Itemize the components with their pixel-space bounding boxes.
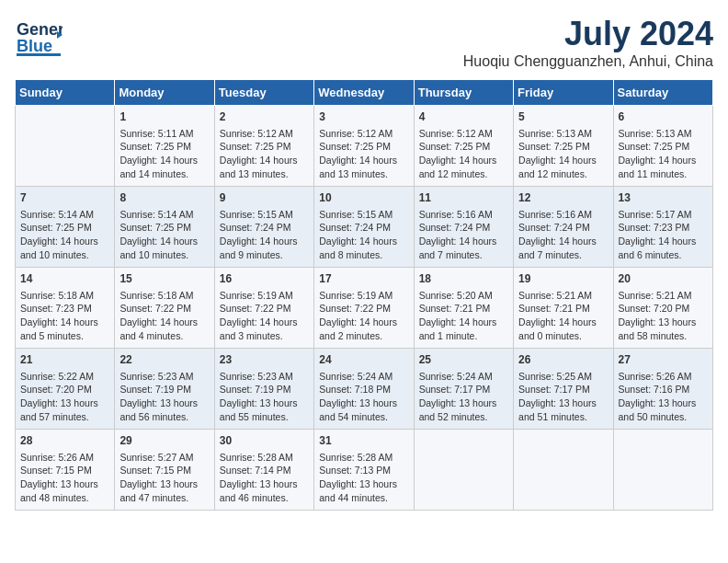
day-number: 3	[319, 109, 408, 125]
calendar-day-cell: 5Sunrise: 5:13 AMSunset: 7:25 PMDaylight…	[514, 106, 613, 187]
calendar-day-cell: 1Sunrise: 5:11 AMSunset: 7:25 PMDaylight…	[115, 106, 214, 187]
day-info: Sunrise: 5:26 AMSunset: 7:15 PMDaylight:…	[20, 451, 109, 505]
calendar-day-cell: 9Sunrise: 5:15 AMSunset: 7:24 PMDaylight…	[214, 187, 313, 268]
day-number: 12	[518, 190, 608, 206]
day-of-week-header: Thursday	[414, 80, 513, 106]
day-info: Sunrise: 5:17 AMSunset: 7:23 PMDaylight:…	[619, 208, 708, 262]
day-info: Sunrise: 5:12 AMSunset: 7:25 PMDaylight:…	[220, 127, 309, 181]
day-number: 27	[619, 352, 708, 368]
calendar-day-cell: 24Sunrise: 5:24 AMSunset: 7:18 PMDayligh…	[314, 349, 414, 430]
day-of-week-header: Wednesday	[314, 80, 414, 106]
day-number: 6	[619, 109, 708, 125]
day-info: Sunrise: 5:15 AMSunset: 7:24 PMDaylight:…	[220, 208, 309, 262]
day-info: Sunrise: 5:16 AMSunset: 7:24 PMDaylight:…	[518, 208, 608, 262]
day-number: 15	[119, 271, 209, 287]
calendar-week-row: 7Sunrise: 5:14 AMSunset: 7:25 PMDaylight…	[16, 187, 713, 268]
day-number: 11	[419, 190, 508, 206]
day-number: 5	[518, 109, 608, 125]
day-info: Sunrise: 5:21 AMSunset: 7:20 PMDaylight:…	[619, 289, 708, 343]
calendar-day-cell: 30Sunrise: 5:28 AMSunset: 7:14 PMDayligh…	[214, 430, 313, 511]
day-number: 23	[220, 352, 309, 368]
calendar-day-cell: 8Sunrise: 5:14 AMSunset: 7:25 PMDaylight…	[115, 187, 214, 268]
day-number: 17	[319, 271, 408, 287]
day-number: 22	[119, 352, 209, 368]
day-of-week-header: Tuesday	[214, 80, 313, 106]
calendar-day-cell: 22Sunrise: 5:23 AMSunset: 7:19 PMDayligh…	[115, 349, 214, 430]
day-number: 10	[319, 190, 408, 206]
page-header: General Blue July 2024 Huoqiu Chengguanz…	[15, 15, 713, 70]
day-info: Sunrise: 5:11 AMSunset: 7:25 PMDaylight:…	[119, 127, 209, 181]
calendar-day-cell: 7Sunrise: 5:14 AMSunset: 7:25 PMDaylight…	[16, 187, 115, 268]
calendar-week-row: 14Sunrise: 5:18 AMSunset: 7:23 PMDayligh…	[16, 268, 713, 349]
logo-icon: General Blue	[15, 15, 63, 57]
calendar-body: 1Sunrise: 5:11 AMSunset: 7:25 PMDaylight…	[16, 106, 713, 511]
calendar-day-cell: 21Sunrise: 5:22 AMSunset: 7:20 PMDayligh…	[16, 349, 115, 430]
day-info: Sunrise: 5:27 AMSunset: 7:15 PMDaylight:…	[119, 451, 209, 505]
day-info: Sunrise: 5:16 AMSunset: 7:24 PMDaylight:…	[419, 208, 508, 262]
day-info: Sunrise: 5:24 AMSunset: 7:18 PMDaylight:…	[319, 370, 408, 424]
day-info: Sunrise: 5:19 AMSunset: 7:22 PMDaylight:…	[220, 289, 309, 343]
day-info: Sunrise: 5:23 AMSunset: 7:19 PMDaylight:…	[220, 370, 309, 424]
calendar-day-cell: 31Sunrise: 5:28 AMSunset: 7:13 PMDayligh…	[314, 430, 414, 511]
day-number: 26	[518, 352, 608, 368]
day-number: 25	[419, 352, 508, 368]
calendar-day-cell: 25Sunrise: 5:24 AMSunset: 7:17 PMDayligh…	[414, 349, 513, 430]
svg-text:Blue: Blue	[17, 37, 52, 55]
day-info: Sunrise: 5:18 AMSunset: 7:23 PMDaylight:…	[20, 289, 109, 343]
day-info: Sunrise: 5:23 AMSunset: 7:19 PMDaylight:…	[119, 370, 209, 424]
day-info: Sunrise: 5:12 AMSunset: 7:25 PMDaylight:…	[419, 127, 508, 181]
day-info: Sunrise: 5:13 AMSunset: 7:25 PMDaylight:…	[619, 127, 708, 181]
calendar-day-cell: 4Sunrise: 5:12 AMSunset: 7:25 PMDaylight…	[414, 106, 513, 187]
day-number: 30	[220, 433, 309, 449]
calendar-day-cell	[514, 430, 613, 511]
day-info: Sunrise: 5:18 AMSunset: 7:22 PMDaylight:…	[119, 289, 209, 343]
location-title: Huoqiu Chengguanzhen, Anhui, China	[463, 53, 713, 70]
day-number: 7	[20, 190, 109, 206]
day-info: Sunrise: 5:19 AMSunset: 7:22 PMDaylight:…	[319, 289, 408, 343]
calendar-day-cell: 18Sunrise: 5:20 AMSunset: 7:21 PMDayligh…	[414, 268, 513, 349]
day-info: Sunrise: 5:13 AMSunset: 7:25 PMDaylight:…	[518, 127, 608, 181]
calendar-day-cell: 29Sunrise: 5:27 AMSunset: 7:15 PMDayligh…	[115, 430, 214, 511]
day-number: 21	[20, 352, 109, 368]
day-number: 19	[518, 271, 608, 287]
calendar-header: SundayMondayTuesdayWednesdayThursdayFrid…	[16, 80, 713, 106]
calendar-day-cell: 3Sunrise: 5:12 AMSunset: 7:25 PMDaylight…	[314, 106, 414, 187]
day-info: Sunrise: 5:25 AMSunset: 7:17 PMDaylight:…	[518, 370, 608, 424]
calendar-day-cell	[414, 430, 513, 511]
day-number: 16	[220, 271, 309, 287]
day-number: 24	[319, 352, 408, 368]
day-number: 14	[20, 271, 109, 287]
day-number: 2	[220, 109, 309, 125]
day-info: Sunrise: 5:14 AMSunset: 7:25 PMDaylight:…	[119, 208, 209, 262]
calendar-day-cell: 26Sunrise: 5:25 AMSunset: 7:17 PMDayligh…	[514, 349, 613, 430]
day-info: Sunrise: 5:24 AMSunset: 7:17 PMDaylight:…	[419, 370, 508, 424]
day-number: 13	[619, 190, 708, 206]
day-of-week-header: Friday	[514, 80, 613, 106]
day-info: Sunrise: 5:12 AMSunset: 7:25 PMDaylight:…	[319, 127, 408, 181]
day-number: 1	[119, 109, 209, 125]
calendar-day-cell: 2Sunrise: 5:12 AMSunset: 7:25 PMDaylight…	[214, 106, 313, 187]
month-title: July 2024	[463, 15, 713, 53]
calendar-day-cell: 15Sunrise: 5:18 AMSunset: 7:22 PMDayligh…	[115, 268, 214, 349]
calendar-day-cell: 16Sunrise: 5:19 AMSunset: 7:22 PMDayligh…	[214, 268, 313, 349]
calendar-day-cell: 27Sunrise: 5:26 AMSunset: 7:16 PMDayligh…	[613, 349, 712, 430]
day-number: 8	[119, 190, 209, 206]
title-area: July 2024 Huoqiu Chengguanzhen, Anhui, C…	[463, 15, 713, 70]
calendar-week-row: 21Sunrise: 5:22 AMSunset: 7:20 PMDayligh…	[16, 349, 713, 430]
day-number: 28	[20, 433, 109, 449]
day-info: Sunrise: 5:14 AMSunset: 7:25 PMDaylight:…	[20, 208, 109, 262]
calendar-week-row: 1Sunrise: 5:11 AMSunset: 7:25 PMDaylight…	[16, 106, 713, 187]
day-number: 18	[419, 271, 508, 287]
day-of-week-header: Monday	[115, 80, 214, 106]
day-info: Sunrise: 5:28 AMSunset: 7:14 PMDaylight:…	[220, 451, 309, 505]
day-info: Sunrise: 5:15 AMSunset: 7:24 PMDaylight:…	[319, 208, 408, 262]
day-of-week-header: Sunday	[16, 80, 115, 106]
day-number: 20	[619, 271, 708, 287]
logo: General Blue	[15, 15, 63, 57]
day-info: Sunrise: 5:22 AMSunset: 7:20 PMDaylight:…	[20, 370, 109, 424]
calendar-day-cell	[613, 430, 712, 511]
calendar-day-cell: 11Sunrise: 5:16 AMSunset: 7:24 PMDayligh…	[414, 187, 513, 268]
calendar-table: SundayMondayTuesdayWednesdayThursdayFrid…	[15, 79, 713, 511]
calendar-day-cell: 12Sunrise: 5:16 AMSunset: 7:24 PMDayligh…	[514, 187, 613, 268]
svg-text:General: General	[17, 20, 63, 39]
